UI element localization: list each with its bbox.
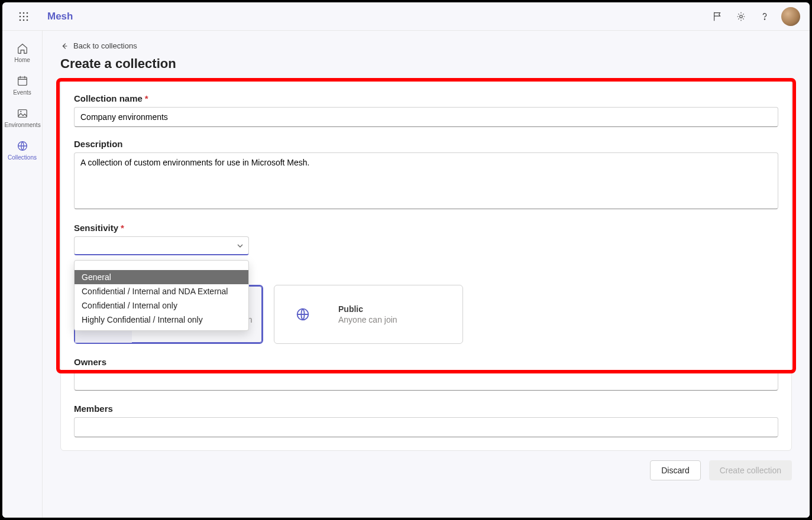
svg-point-10 (764, 18, 765, 19)
globe-icon (274, 285, 331, 343)
collection-name-label: Collection name* (74, 93, 778, 103)
svg-point-4 (23, 15, 25, 17)
owners-label: Owners (74, 357, 778, 367)
members-input[interactable] (74, 417, 778, 437)
create-collection-button[interactable]: Create collection (709, 460, 792, 480)
collection-name-input[interactable] (74, 107, 778, 127)
waffle-icon[interactable] (12, 12, 35, 21)
description-input[interactable] (74, 152, 778, 209)
svg-point-3 (20, 15, 21, 17)
back-label: Back to collections (73, 41, 137, 50)
rail-label: Environments (5, 122, 40, 128)
rail-item-collections[interactable]: Collections (5, 134, 40, 167)
dropdown-item-highly-confidential[interactable]: Highly Confidential / Internal only (75, 313, 248, 327)
rail-label: Collections (5, 154, 40, 161)
rail-item-environments[interactable]: Environments (5, 102, 40, 134)
svg-point-0 (20, 12, 21, 14)
discard-button[interactable]: Discard (650, 460, 700, 480)
svg-point-5 (27, 15, 28, 17)
gear-icon[interactable] (729, 5, 753, 28)
svg-point-1 (23, 12, 25, 14)
privacy-public-sub: Anyone can join (338, 315, 455, 324)
svg-point-8 (27, 19, 28, 21)
sensitivity-dropdown: General Confidential / Internal and NDA … (74, 260, 249, 331)
back-to-collections[interactable]: Back to collections (60, 38, 792, 54)
members-label: Members (74, 404, 778, 414)
rail-item-events[interactable]: Events (5, 69, 40, 102)
svg-rect-11 (18, 77, 27, 86)
sensitivity-label: Sensitivity* (74, 223, 778, 233)
dropdown-item-confidential-nda[interactable]: Confidential / Internal and NDA External (75, 284, 248, 298)
privacy-option-public[interactable]: Public Anyone can join (274, 285, 463, 344)
globe-icon (5, 138, 40, 154)
chevron-down-icon (237, 242, 244, 249)
form-card: Collection name* Description Sensitivity… (60, 80, 792, 451)
avatar[interactable] (781, 7, 800, 26)
home-icon (5, 40, 40, 57)
svg-point-2 (27, 12, 28, 14)
svg-point-7 (23, 19, 25, 21)
calendar-icon (5, 73, 40, 89)
top-bar: Mesh (2, 2, 810, 31)
flag-icon[interactable] (706, 5, 729, 28)
privacy-public-title: Public (338, 304, 455, 314)
arrow-left-icon (60, 42, 69, 50)
svg-point-6 (20, 19, 21, 21)
left-rail: Home Events Environments Collections (2, 31, 43, 518)
svg-point-9 (740, 15, 743, 18)
rail-item-home[interactable]: Home (5, 37, 40, 69)
rail-label: Home (5, 57, 40, 63)
rail-label: Events (5, 89, 40, 96)
sensitivity-select[interactable] (74, 236, 249, 255)
dropdown-item-confidential-internal[interactable]: Confidential / Internal only (75, 298, 248, 313)
app-title: Mesh (47, 11, 73, 22)
dropdown-item-general[interactable]: General (75, 270, 248, 284)
help-icon[interactable] (753, 5, 777, 28)
page-title: Create a collection (60, 56, 792, 72)
svg-rect-12 (18, 110, 27, 118)
image-icon (5, 105, 40, 122)
owners-input[interactable] (74, 370, 778, 391)
description-label: Description (74, 139, 778, 149)
